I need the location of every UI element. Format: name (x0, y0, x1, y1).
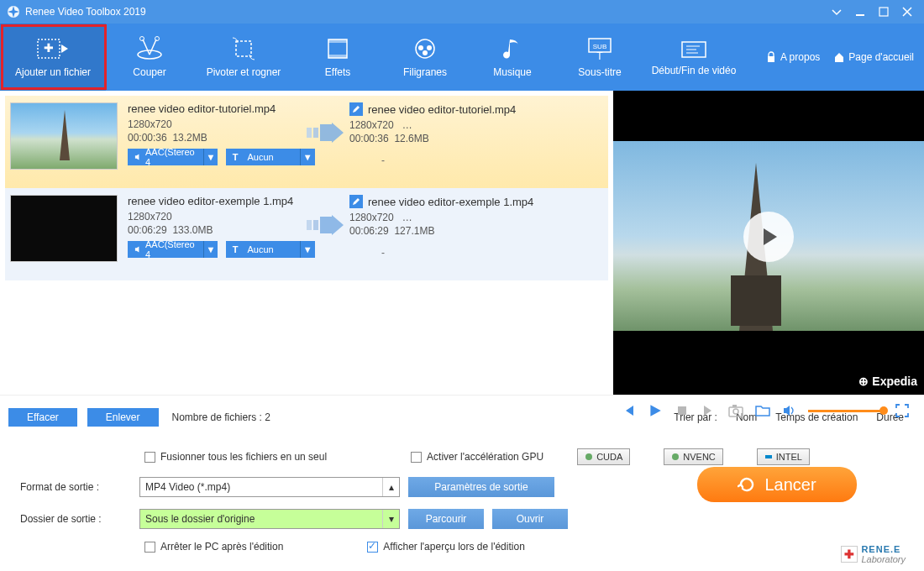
preview-during-checkbox[interactable]: Afficher l'aperçu lors de l'édition (367, 541, 524, 553)
file-name: renee video editor-tutoriel.mp4 (128, 102, 304, 115)
add-file-label: Ajouter un fichier (15, 66, 91, 78)
homepage-link[interactable]: Page d'accueil (833, 51, 914, 63)
output-format-dropdown[interactable]: MP4 Video (*.mp4) ▴ (139, 477, 400, 497)
svg-point-30 (733, 409, 738, 414)
snapshot-button[interactable] (727, 402, 744, 419)
output-file-name: renee video editor-tutoriel.mp4 (368, 103, 516, 116)
dropdown-menu-icon[interactable] (827, 3, 847, 20)
subtitle-track-dropdown[interactable]: T Aucun ▼ (226, 149, 315, 165)
add-file-button[interactable]: ✚ Ajouter un fichier (0, 24, 106, 91)
about-label: A propos (780, 51, 820, 63)
svg-rect-24 (307, 128, 312, 138)
output-settings-panel: Fusionner tous les fichiers en un seul A… (0, 438, 924, 571)
nvidia-icon (585, 453, 593, 461)
file-thumbnail[interactable] (10, 102, 118, 170)
maximize-button[interactable] (874, 3, 894, 20)
svg-point-13 (418, 45, 423, 50)
about-link[interactable]: A propos (765, 51, 820, 63)
subtitle-track-dropdown[interactable]: T Aucun ▼ (226, 241, 315, 258)
main-toolbar: ✚ Ajouter un fichier Couper Pivoter et r… (0, 24, 924, 91)
svg-point-6 (140, 37, 144, 41)
effects-icon (325, 36, 350, 61)
launch-button[interactable]: Lancer (697, 467, 857, 502)
output-folder-dropdown[interactable]: Sous le dossier d'origine ▾ (139, 509, 400, 529)
audio-track-dropdown[interactable]: AAC(Stereo 4 ▼ (128, 241, 218, 258)
gpu-cuda-badge[interactable]: CUDA (577, 448, 630, 465)
file-duration-size: 00:00:36 13.2MB (128, 132, 304, 144)
merge-all-checkbox[interactable]: Fusionner tous les fichiers en un seul (144, 451, 327, 463)
watermark-icon (412, 36, 438, 61)
arrow-icon (304, 195, 346, 235)
output-sub-placeholder: - (349, 238, 417, 259)
svg-rect-31 (732, 405, 737, 407)
rotate-crop-label: Pivoter et rogner (207, 66, 281, 78)
rotate-crop-button[interactable]: Pivoter et rogner (193, 24, 294, 91)
player-next-button[interactable] (701, 402, 717, 419)
film-add-icon: ✚ (36, 36, 70, 61)
chevron-down-icon: ▾ (382, 510, 399, 528)
svg-rect-10 (328, 39, 347, 43)
svg-rect-27 (313, 220, 318, 230)
effects-label: Effets (325, 66, 350, 78)
output-sub-placeholder: - (349, 146, 417, 166)
output-params-button[interactable]: Paramètres de sortie (408, 477, 554, 497)
gpu-nvenc-badge[interactable]: NVENC (664, 448, 723, 465)
player-stop-button[interactable] (674, 402, 690, 419)
output-format-label: Format de sortie : (20, 481, 131, 493)
cut-label: Couper (133, 66, 165, 78)
minimize-button[interactable] (850, 3, 870, 20)
file-row[interactable]: renee video editor-tutoriel.mp4 1280x720… (5, 96, 608, 188)
svg-rect-23 (768, 56, 774, 62)
chevron-up-icon: ▴ (382, 478, 399, 496)
svg-rect-25 (313, 128, 318, 138)
file-count-label: Nombre de fichiers : 2 (172, 411, 270, 423)
close-button[interactable] (897, 3, 917, 20)
file-dimensions: 1280x720 (128, 211, 304, 223)
subtitle-button[interactable]: SUBT Sous-titre (556, 24, 643, 91)
remove-button[interactable]: Enlever (87, 408, 159, 427)
music-label: Musique (493, 66, 531, 78)
svg-rect-8 (236, 41, 251, 56)
watermarks-button[interactable]: Filigranes (381, 24, 469, 91)
shutdown-after-checkbox[interactable]: Arrêter le PC après l'édition (144, 541, 283, 553)
edit-output-icon[interactable] (349, 102, 363, 116)
watermarks-label: Filigranes (403, 66, 447, 78)
svg-point-33 (672, 453, 679, 460)
intro-outro-button[interactable]: Début/Fin de vidéo (643, 24, 744, 91)
file-row[interactable]: renee video editor-exemple 1.mp4 1280x72… (5, 188, 608, 280)
gpu-intel-badge[interactable]: INTEL (757, 448, 810, 465)
svg-rect-34 (765, 455, 772, 458)
player-play-button[interactable] (647, 402, 664, 419)
open-button[interactable]: Ouvrir (492, 509, 568, 529)
file-name: renee video editor-exemple 1.mp4 (128, 195, 304, 207)
svg-text:T: T (596, 50, 603, 61)
intro-outro-label: Début/Fin de vidéo (652, 65, 737, 76)
music-button[interactable]: Musique (469, 24, 556, 91)
browse-button[interactable]: Parcourir (408, 509, 484, 529)
subtitle-label: Sous-titre (578, 66, 621, 78)
speaker-icon (134, 245, 142, 254)
clear-button[interactable]: Effacer (8, 408, 77, 427)
svg-rect-28 (678, 406, 686, 415)
volume-button[interactable] (781, 402, 798, 419)
speaker-icon (134, 153, 142, 161)
subtitle-icon: SUBT (586, 36, 613, 61)
audio-track-dropdown[interactable]: AAC(Stereo 4 ▼ (128, 149, 218, 165)
player-prev-button[interactable] (620, 402, 637, 419)
svg-rect-1 (856, 14, 864, 16)
open-folder-button[interactable] (754, 402, 771, 419)
brand-logo: ✚ RENE.ELaboratory (841, 544, 906, 564)
gpu-accel-checkbox[interactable]: Activer l'accélération GPU (411, 451, 543, 463)
fullscreen-button[interactable] (894, 402, 911, 419)
cut-icon (134, 36, 165, 61)
edit-output-icon[interactable] (349, 195, 363, 208)
preview-play-button[interactable] (743, 212, 794, 262)
volume-slider[interactable] (808, 410, 884, 412)
cut-button[interactable]: Couper (106, 24, 193, 91)
effects-button[interactable]: Effets (294, 24, 381, 91)
file-thumbnail[interactable] (10, 195, 118, 262)
music-icon (501, 36, 523, 61)
svg-text:✚: ✚ (44, 41, 54, 55)
preview-pane: ⊕ Expedia (613, 91, 924, 395)
svg-rect-2 (879, 8, 888, 16)
